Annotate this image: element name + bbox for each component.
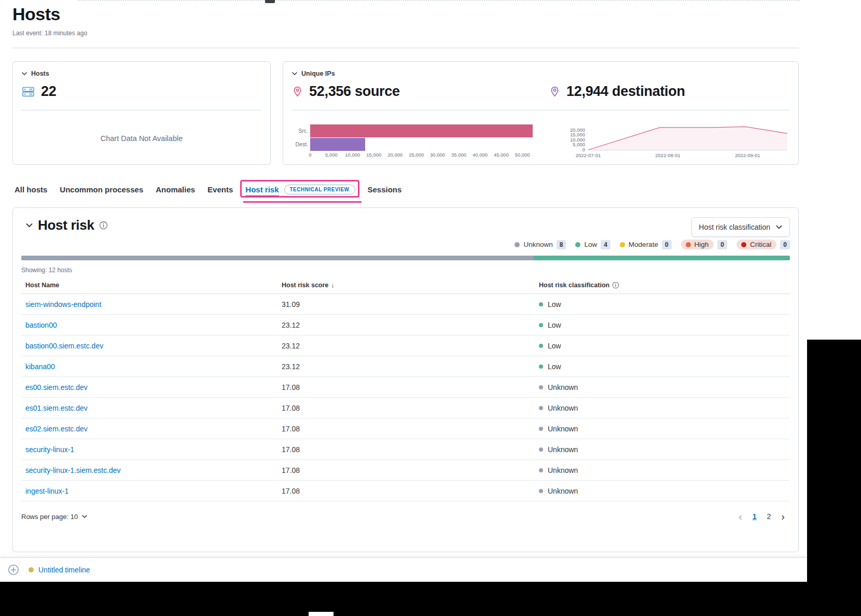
technical-preview-badge: TECHNICAL PREVIEW	[284, 185, 355, 194]
host-risk-classification: Unknown	[535, 404, 790, 412]
tabs: All hostsUncommon processesAnomaliesEven…	[15, 180, 401, 200]
legend-dot	[686, 242, 691, 247]
rows-per-page-dropdown[interactable]: Rows per page: 10	[21, 513, 88, 521]
unique-ips-area-chart: 05,00010,00015,00020,0002022-07-012022-0…	[553, 121, 793, 161]
host-risk-score: 17.08	[277, 425, 535, 433]
tab-all-hosts[interactable]: All hosts	[15, 181, 47, 199]
top-dark-notch	[265, 0, 275, 3]
table-row: kibana0023.12Low	[21, 356, 790, 377]
legend-dot	[575, 242, 580, 247]
host-risk-classification: Unknown	[535, 466, 790, 474]
classification-dot	[539, 365, 543, 369]
info-icon[interactable]	[99, 221, 108, 230]
legend-dot	[515, 242, 520, 247]
classification-dot	[539, 302, 543, 306]
tab-sessions[interactable]: Sessions	[368, 181, 402, 199]
legend-item-critical[interactable]: Critical0	[737, 240, 790, 249]
host-risk-score: 23.12	[277, 321, 535, 329]
destination-ips-count: 12,944 destination	[566, 83, 685, 100]
classification-dot	[539, 406, 543, 410]
x-axis-tick: 50,000	[515, 152, 530, 158]
table-row: es00.siem.estc.dev17.08Unknown	[21, 377, 790, 398]
host-name-link[interactable]: kibana00	[25, 362, 55, 371]
host-risk-score: 23.12	[277, 342, 535, 350]
host-risk-classification: Low	[535, 321, 790, 329]
next-page-button[interactable]: ›	[779, 511, 787, 522]
legend-count-badge: 0	[780, 240, 790, 249]
info-icon[interactable]	[612, 282, 619, 289]
host-risk-classification: Low	[535, 342, 790, 350]
host-risk-score: 23.12	[277, 362, 535, 371]
tab-label: Sessions	[368, 185, 402, 194]
risk-distribution-bar	[21, 256, 790, 260]
table-row: bastion00.siem.estc.dev23.12Low	[21, 335, 790, 356]
column-label: Host risk score	[282, 282, 328, 289]
chevron-down-icon[interactable]	[291, 71, 298, 77]
column-header-host-risk-score[interactable]: Host risk score↓	[277, 281, 535, 289]
timeline-title[interactable]: Untitled timeline	[38, 566, 90, 574]
plus-circle-icon[interactable]	[8, 564, 19, 576]
host-name-link[interactable]: siem-windows-endpoint	[25, 300, 101, 309]
sort-desc-icon: ↓	[331, 281, 335, 289]
legend-dot	[620, 242, 625, 247]
bar-dest-	[310, 138, 365, 151]
annotation-underline	[243, 201, 361, 203]
legend-count-badge: 4	[601, 240, 610, 249]
y-axis-tick: 20,000	[570, 127, 585, 133]
host-name-link[interactable]: es01.siem.estc.dev	[25, 404, 88, 412]
legend-count-badge: 8	[557, 240, 566, 249]
x-axis-tick: 40,000	[473, 152, 488, 158]
host-name-link[interactable]: security-linux-1	[25, 445, 74, 454]
classification-dot	[539, 489, 543, 493]
table-row: es01.siem.estc.dev17.08Unknown	[21, 398, 790, 418]
tab-host-risk[interactable]: Host riskTECHNICAL PREVIEW	[245, 180, 355, 200]
legend-item-moderate[interactable]: Moderate0	[620, 240, 672, 249]
x-axis-tick: 2022-08-01	[655, 152, 681, 158]
page-number-1[interactable]: 1	[749, 511, 760, 522]
host-risk-score: 17.08	[277, 487, 535, 495]
tab-uncommon-processes[interactable]: Uncommon processes	[60, 181, 143, 199]
card-divider	[291, 110, 790, 110]
tab-anomalies[interactable]: Anomalies	[156, 181, 195, 199]
classification-dot	[539, 468, 543, 472]
legend-label: High	[695, 241, 709, 248]
app-window: Hosts Last event: 18 minutes ago Hosts 2…	[0, 0, 807, 582]
last-event-text: Last event: 18 minutes ago	[12, 30, 87, 37]
host-risk-table: Host NameHost risk score↓Host risk class…	[21, 281, 790, 501]
host-name-link[interactable]: es00.siem.estc.dev	[25, 383, 88, 391]
page-number-2[interactable]: 2	[764, 511, 774, 522]
x-axis-tick: 5,000	[325, 152, 338, 158]
previous-page-button[interactable]: ‹	[737, 511, 744, 522]
x-axis-tick: 45,000	[494, 152, 509, 158]
legend-item-low[interactable]: Low4	[575, 240, 610, 249]
chevron-down-icon[interactable]	[25, 221, 33, 229]
host-risk-title: Host risk	[38, 217, 94, 233]
x-axis-tick: 2022-07-01	[576, 152, 601, 158]
host-risk-panel: Host risk Host risk classification Unkno…	[12, 207, 799, 552]
host-risk-classification-dropdown[interactable]: Host risk classification	[691, 217, 790, 237]
column-header-host-name[interactable]: Host Name	[21, 281, 277, 289]
host-name-link[interactable]: ingest-linux-1	[25, 487, 68, 495]
hosts-kpi-card: Hosts 22 Chart Data Not Available	[12, 61, 271, 165]
column-header-host-risk-classification[interactable]: Host risk classification	[535, 281, 790, 289]
host-name-link[interactable]: bastion00	[25, 321, 57, 329]
pagination: ‹ 12 ›	[737, 511, 787, 522]
distribution-segment-unknown	[21, 256, 534, 260]
host-name-link[interactable]: es02.siem.estc.dev	[25, 425, 88, 433]
host-name-link[interactable]: security-linux-1.siem.estc.dev	[25, 466, 121, 474]
x-axis-tick: 35,000	[451, 152, 466, 158]
hosts-card-label: Hosts	[31, 70, 49, 77]
chevron-down-icon[interactable]	[21, 71, 27, 77]
legend-item-unknown[interactable]: Unknown8	[515, 240, 566, 249]
legend-item-high[interactable]: High0	[681, 240, 727, 249]
tab-events[interactable]: Events	[207, 181, 233, 199]
table-row: security-linux-1.siem.estc.dev17.08Unkno…	[21, 460, 790, 481]
classification-dot	[539, 323, 543, 327]
column-label: Host Name	[25, 282, 59, 289]
classification-dot	[539, 344, 543, 348]
table-header: Host NameHost risk score↓Host risk class…	[21, 281, 790, 294]
timeline-status-dot	[29, 567, 34, 572]
host-name-link[interactable]: bastion00.siem.estc.dev	[25, 342, 103, 350]
host-risk-score: 17.08	[277, 466, 535, 474]
distribution-segment-low	[534, 256, 790, 260]
